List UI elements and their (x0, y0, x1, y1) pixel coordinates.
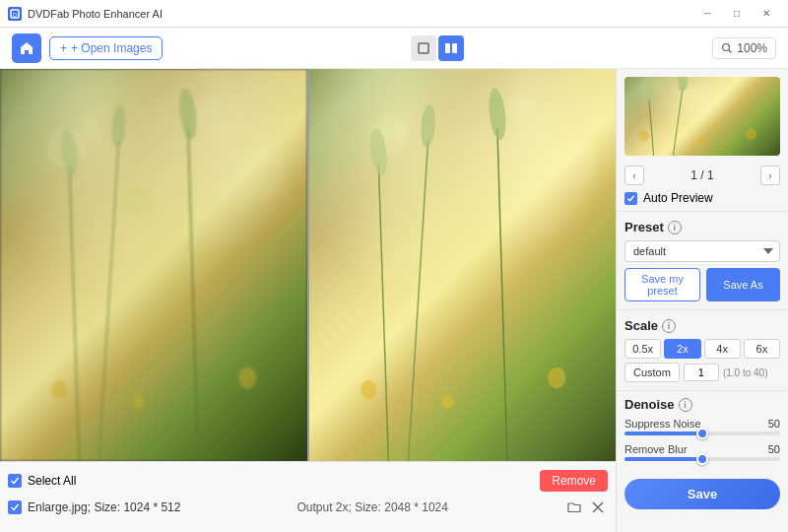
scale-info-icon[interactable]: i (662, 319, 676, 333)
suppress-noise-track[interactable] (624, 432, 780, 435)
right-panel: ‹ 1 / 1 › Auto Preview Preset i default … (616, 69, 788, 532)
svg-point-22 (361, 380, 376, 399)
compare-left (0, 69, 307, 461)
svg-point-15 (238, 367, 256, 389)
svg-point-12 (177, 87, 199, 141)
file-list-bar: Select All Remove Enlarge.jpg; Size: 102… (0, 461, 616, 532)
close-button[interactable]: ✕ (753, 4, 780, 24)
file-output: Output 2x; Size: 2048 * 1024 (297, 500, 448, 514)
denoise-title-text: Denoise (624, 397, 675, 412)
svg-line-18 (408, 140, 427, 461)
view-toggle (411, 35, 464, 61)
svg-point-21 (486, 87, 507, 141)
scale-4x-button[interactable]: 4x (704, 339, 741, 359)
minimize-button[interactable]: ─ (693, 4, 721, 24)
app-title: DVDFab Photo Enhancer AI (28, 8, 163, 20)
prev-button[interactable]: ‹ (624, 166, 644, 185)
suppress-noise-label: Suppress Noise (624, 418, 701, 430)
svg-line-9 (98, 140, 118, 461)
suppress-noise-value: 50 (768, 418, 780, 430)
svg-point-31 (639, 131, 649, 141)
svg-point-30 (677, 77, 689, 92)
split-view-button[interactable] (438, 35, 464, 61)
image-after (309, 69, 617, 461)
preset-info-icon[interactable]: i (668, 221, 682, 234)
svg-point-14 (133, 394, 145, 408)
svg-rect-4 (452, 43, 457, 53)
auto-preview-row: Auto Preview (617, 187, 788, 209)
remove-blur-fill (624, 457, 702, 461)
svg-line-11 (188, 128, 198, 461)
home-button[interactable] (12, 33, 41, 63)
svg-line-16 (378, 164, 388, 461)
remove-blur-value: 50 (768, 443, 780, 455)
remove-blur-label: Remove Blur (624, 443, 688, 455)
remove-blur-thumb[interactable] (696, 453, 708, 465)
svg-point-8 (58, 127, 81, 177)
svg-rect-2 (419, 43, 428, 53)
maximize-button[interactable]: □ (723, 4, 751, 24)
nav-controls: ‹ 1 / 1 › (617, 164, 788, 187)
scale-range-label: (1.0 to 40) (723, 367, 768, 378)
auto-preview-label: Auto Preview (643, 191, 713, 205)
single-view-button[interactable] (411, 35, 436, 61)
zoom-indicator: 100% (712, 37, 776, 59)
preview-thumbnail (624, 77, 780, 156)
file-row: Enlarge.jpg; Size: 1024 * 512 Output 2x;… (8, 496, 608, 519)
file-actions (564, 498, 608, 517)
title-bar: D DVDFab Photo Enhancer AI ─ □ ✕ (0, 0, 788, 28)
select-all-text: Select All (28, 474, 76, 488)
file-folder-icon[interactable] (564, 498, 584, 517)
scale-custom-button[interactable]: Custom (624, 363, 680, 382)
next-button[interactable]: › (760, 166, 780, 185)
preset-select[interactable]: default (624, 240, 780, 262)
svg-point-19 (419, 104, 435, 149)
plus-icon: + (60, 41, 67, 55)
image-before (0, 69, 307, 461)
svg-point-13 (51, 380, 67, 399)
remove-blur-row: Remove Blur 50 (624, 443, 780, 461)
compare-divider (307, 69, 309, 461)
divider-2 (617, 309, 788, 310)
svg-rect-3 (445, 43, 450, 53)
scale-title: Scale i (624, 318, 780, 333)
remove-button[interactable]: Remove (540, 470, 608, 492)
divider-3 (617, 390, 788, 391)
select-all-label[interactable]: Select All (8, 474, 76, 488)
svg-line-27 (649, 97, 654, 156)
svg-line-29 (673, 87, 683, 156)
image-panel: Select All Remove Enlarge.jpg; Size: 102… (0, 69, 616, 532)
select-all-row: Select All Remove (8, 466, 608, 496)
scale-05x-button[interactable]: 0.5x (624, 339, 661, 359)
auto-preview-checkbox[interactable] (624, 192, 637, 205)
svg-line-7 (69, 164, 79, 461)
zoom-icon (721, 42, 733, 54)
scale-2x-button[interactable]: 2x (664, 339, 700, 359)
denoise-info-icon[interactable]: i (679, 398, 692, 412)
divider-1 (617, 211, 788, 212)
denoise-section: Denoise i Suppress Noise 50 Remove Blur … (617, 393, 788, 473)
page-counter: 1 / 1 (690, 168, 713, 182)
open-images-button[interactable]: + + Open Images (49, 36, 163, 60)
file-checkbox[interactable] (8, 500, 22, 514)
preset-buttons: Save my preset Save As (624, 268, 780, 301)
scale-section: Scale i 0.5x 2x 4x 6x Custom (1.0 to 40) (617, 312, 788, 388)
preset-title: Preset i (624, 220, 780, 234)
scale-custom-row: Custom (1.0 to 40) (624, 363, 780, 382)
select-all-checkbox[interactable] (8, 474, 22, 488)
save-as-button[interactable]: Save As (706, 268, 780, 301)
scale-6x-button[interactable]: 6x (744, 339, 780, 359)
suppress-noise-thumb[interactable] (696, 428, 708, 439)
svg-line-20 (496, 128, 506, 461)
file-remove-icon[interactable] (588, 498, 608, 517)
grass-svg-right (309, 69, 617, 461)
preset-title-text: Preset (624, 220, 664, 234)
save-button[interactable]: Save (624, 479, 780, 509)
toolbar: + + Open Images 100% (0, 28, 788, 69)
scale-custom-label: Custom (633, 366, 671, 378)
svg-point-5 (723, 43, 730, 50)
svg-line-6 (729, 49, 732, 52)
remove-blur-track[interactable] (624, 457, 780, 461)
scale-custom-input[interactable] (684, 364, 719, 381)
save-preset-button[interactable]: Save my preset (624, 268, 700, 301)
